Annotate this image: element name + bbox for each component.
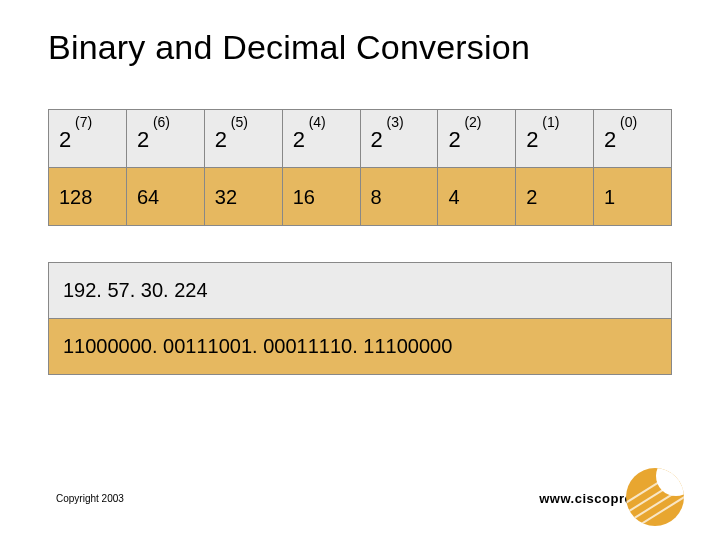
ip-decimal-cell: 192. 57. 30. 224 <box>49 263 672 319</box>
base-label: 2 <box>526 127 538 153</box>
exponent-label: (5) <box>231 114 248 130</box>
power-cell: 2(7) <box>49 110 127 168</box>
copyright-text: Copyright 2003 <box>56 493 124 504</box>
base-label: 2 <box>371 127 383 153</box>
value-cell: 4 <box>438 168 516 226</box>
powers-table: 2(7) 2(6) 2(5) 2(4) 2(3) 2(2) 2(1) 2(0) … <box>48 109 672 226</box>
exponent-label: (3) <box>387 114 404 130</box>
exponent-label: (1) <box>542 114 559 130</box>
exponent-label: (4) <box>309 114 326 130</box>
value-cell: 64 <box>126 168 204 226</box>
ip-table: 192. 57. 30. 224 11000000. 00111001. 000… <box>48 262 672 375</box>
powers-row: 2(7) 2(6) 2(5) 2(4) 2(3) 2(2) 2(1) 2(0) <box>49 110 672 168</box>
values-row: 128 64 32 16 8 4 2 1 <box>49 168 672 226</box>
base-label: 2 <box>448 127 460 153</box>
base-label: 2 <box>215 127 227 153</box>
power-cell: 2(6) <box>126 110 204 168</box>
base-label: 2 <box>137 127 149 153</box>
power-cell: 2(1) <box>516 110 594 168</box>
power-cell: 2(5) <box>204 110 282 168</box>
exponent-label: (0) <box>620 114 637 130</box>
ciscopress-logo-icon <box>626 468 684 526</box>
power-cell: 2(0) <box>594 110 672 168</box>
value-cell: 32 <box>204 168 282 226</box>
exponent-label: (2) <box>464 114 481 130</box>
value-cell: 128 <box>49 168 127 226</box>
base-label: 2 <box>293 127 305 153</box>
power-cell: 2(3) <box>360 110 438 168</box>
exponent-label: (6) <box>153 114 170 130</box>
base-label: 2 <box>604 127 616 153</box>
exponent-label: (7) <box>75 114 92 130</box>
ip-binary-cell: 11000000. 00111001. 00011110. 11100000 <box>49 319 672 375</box>
value-cell: 8 <box>360 168 438 226</box>
power-cell: 2(4) <box>282 110 360 168</box>
footer: Copyright 2003 www.ciscopress.com <box>56 491 680 506</box>
value-cell: 16 <box>282 168 360 226</box>
power-cell: 2(2) <box>438 110 516 168</box>
value-cell: 2 <box>516 168 594 226</box>
page-title: Binary and Decimal Conversion <box>48 28 672 67</box>
value-cell: 1 <box>594 168 672 226</box>
slide: Binary and Decimal Conversion 2(7) 2(6) … <box>0 0 720 540</box>
base-label: 2 <box>59 127 71 153</box>
